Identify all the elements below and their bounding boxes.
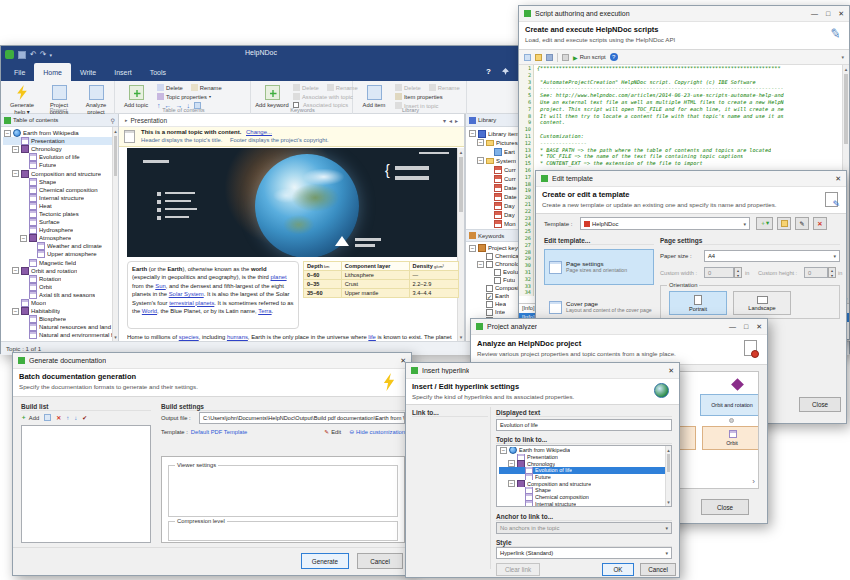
tree-item[interactable]: Heat — [3, 202, 118, 210]
tree-item[interactable]: Axial tilt and seasons — [3, 291, 118, 299]
expander-icon[interactable]: − — [469, 130, 476, 137]
tree-item[interactable]: Future — [499, 474, 671, 481]
tree-item[interactable]: Hydrosphere — [3, 226, 118, 234]
move-build-up-icon[interactable]: ↑ — [66, 415, 69, 421]
code-line[interactable]: 14 * TOC_FILE => the name of the text fi… — [519, 153, 849, 160]
custom-width-spinner[interactable]: ▴▾ — [734, 267, 742, 278]
tree-item[interactable]: Weather and climate — [3, 242, 118, 250]
tree-item[interactable]: −Habitability — [3, 307, 118, 315]
hyperlink[interactable]: planet — [271, 274, 287, 280]
tree-item[interactable]: Future — [3, 161, 118, 169]
custom-height-input[interactable]: 0 — [804, 267, 828, 278]
script-help-icon[interactable]: ? — [610, 53, 618, 61]
pin-ribbon-icon[interactable] — [502, 68, 509, 75]
code-line[interactable]: 4 --------------------------------------… — [519, 85, 849, 92]
topic-tree-scrollbar[interactable]: ▴▾ — [665, 446, 671, 506]
print-icon[interactable] — [562, 54, 569, 61]
tree-item[interactable]: Rotation — [3, 275, 118, 283]
paper-size-select[interactable]: A4▾ — [704, 250, 840, 262]
expander-icon[interactable]: − — [508, 480, 515, 487]
tree-item[interactable]: Natural resources and land use — [3, 323, 118, 331]
displayed-text-input[interactable]: Evolution of life — [496, 419, 672, 431]
breadcrumb[interactable]: Presentation — [131, 117, 168, 124]
close-icon[interactable]: ✕ — [668, 367, 674, 375]
minimize-icon[interactable]: — — [729, 323, 736, 330]
expander-icon[interactable]: − — [12, 170, 19, 177]
template-select[interactable]: HelpNDoc▾ — [580, 217, 750, 230]
cancel-button[interactable]: Cancel — [357, 553, 403, 569]
hyperlink[interactable]: Solar System — [169, 291, 204, 297]
code-line[interactable]: 7 project. This script will open TOC_FIL… — [519, 106, 849, 113]
custom-width-input[interactable]: 0 — [704, 267, 734, 278]
checkbox[interactable] — [494, 269, 501, 276]
tree-item[interactable]: −Composition and structure — [3, 169, 118, 177]
landscape-button[interactable]: Landscape — [733, 291, 791, 315]
nav-next-icon[interactable]: ▸ — [455, 117, 458, 124]
custom-height-spinner[interactable]: ▴▾ — [828, 267, 836, 278]
hyperlink[interactable]: species — [179, 334, 199, 340]
expander-icon[interactable]: − — [12, 308, 19, 315]
code-line[interactable]: 11 Customization: — [519, 133, 849, 140]
associate-with-topic-button[interactable]: Associate with topic — [293, 93, 353, 100]
hyperlink[interactable]: Sun — [155, 283, 165, 289]
tab-write[interactable]: Write — [71, 63, 105, 81]
code-line[interactable]: 5 See: http://www.helpndoc.com/articles/… — [519, 92, 849, 99]
tree-item[interactable]: Natural and environmental hazards — [3, 331, 118, 339]
delete-template-button[interactable]: ✕ — [813, 217, 827, 230]
tree-item[interactable]: Orbit — [3, 283, 118, 291]
expander-icon[interactable]: − — [469, 245, 476, 252]
expander-icon[interactable]: − — [508, 460, 515, 467]
tree-item[interactable]: −Chronology — [499, 460, 671, 467]
close-icon[interactable]: ✕ — [838, 10, 844, 18]
checkbox[interactable] — [486, 253, 493, 260]
portrait-button[interactable]: Portrait — [669, 291, 727, 315]
rename-template-button[interactable]: ✎ — [795, 217, 809, 230]
new-template-button[interactable]: ＋▾ — [756, 217, 773, 230]
close-button[interactable]: Close — [701, 499, 749, 515]
tree-item[interactable]: Moon — [3, 299, 118, 307]
tree-item[interactable]: Evolution of life — [3, 153, 118, 161]
tree-item[interactable]: −Composition and structure — [499, 480, 671, 487]
close-button[interactable]: Close — [799, 397, 841, 412]
tree-item[interactable]: −Orbit and rotation — [3, 267, 118, 275]
tree-item[interactable]: Biosphere — [3, 315, 118, 323]
rename-topic-button[interactable]: Rename — [191, 84, 222, 91]
close-icon[interactable]: ✕ — [756, 323, 762, 331]
toc-scrollbar[interactable]: ▴▾ — [112, 127, 118, 341]
expander-icon[interactable]: − — [20, 235, 27, 242]
checkbox[interactable] — [486, 285, 493, 292]
style-select[interactable]: Hyperlink (Standard)▾ — [496, 547, 672, 559]
template-value-link[interactable]: Default PDF Template — [191, 429, 248, 435]
save-script-icon[interactable] — [546, 54, 553, 61]
tree-item[interactable]: Tectonic plates — [3, 210, 118, 218]
edit-template-link[interactable]: ✎Edit — [324, 429, 341, 435]
code-line[interactable]: 10 — [519, 126, 849, 133]
delete-item-button[interactable]: Delete — [395, 84, 421, 91]
expander-icon[interactable]: − — [477, 157, 484, 164]
delete-keyword-button[interactable]: Delete — [293, 84, 319, 91]
help-icon[interactable]: ? — [486, 67, 491, 76]
add-build-button[interactable]: ＋Add — [21, 413, 39, 422]
chart-scroll-more-icon[interactable]: › — [752, 477, 755, 486]
topic-properties-button[interactable]: Topic properties▾ — [157, 93, 211, 100]
output-file-input[interactable]: C:\Users\john\Documents\HelpNDoc\Output\… — [199, 412, 405, 424]
checkbox[interactable] — [486, 309, 493, 316]
toolbar-more-icon[interactable]: ▾ — [841, 54, 844, 60]
tree-item[interactable]: Internal structure — [3, 194, 118, 202]
code-line[interactable]: 6 Use an external text file as well as m… — [519, 99, 849, 106]
tree-item[interactable]: Chemical composition — [499, 494, 671, 501]
checkbox[interactable] — [486, 301, 493, 308]
tree-item[interactable]: Magnetic field — [3, 259, 118, 267]
duplicate-build-icon[interactable] — [44, 414, 51, 421]
code-line[interactable]: 3 "AutomateProjectCreation" HelpNDoc scr… — [519, 79, 849, 86]
code-line[interactable]: 1{**************************************… — [519, 65, 849, 72]
cancel-button[interactable]: Cancel — [640, 563, 676, 576]
expander-icon[interactable]: − — [477, 139, 484, 146]
tab-home[interactable]: Home — [34, 63, 71, 81]
template-titlebar[interactable]: Edit template ✕ — [536, 171, 846, 187]
delete-topic-button[interactable]: Delete — [157, 84, 183, 91]
nav-prev-icon[interactable]: ◂ — [449, 117, 452, 124]
expander-icon[interactable]: − — [4, 130, 11, 137]
expander-icon[interactable]: − — [12, 267, 19, 274]
new-script-icon[interactable] — [524, 54, 531, 61]
